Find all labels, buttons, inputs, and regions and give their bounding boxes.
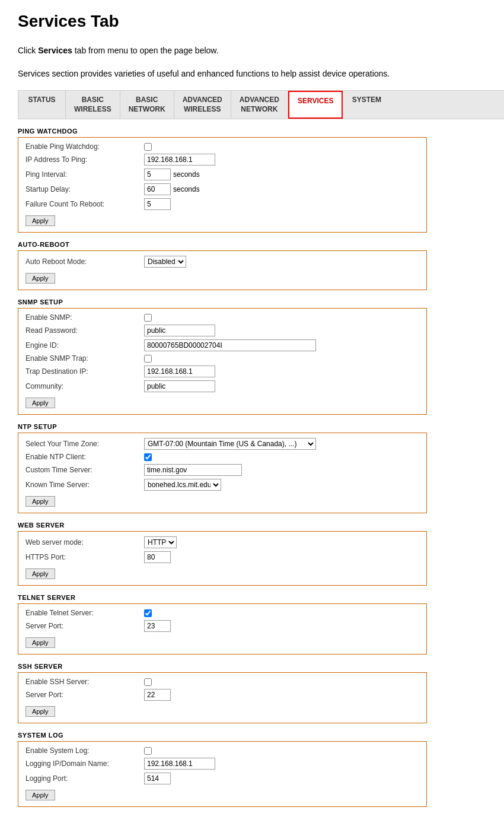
ssh-enable-row: Enable SSH Server: — [25, 678, 419, 686]
logging-port-input[interactable] — [144, 773, 171, 784]
auto-reboot-apply-button[interactable]: Apply — [25, 273, 55, 284]
intro-text-1-rest: tab from menu to open the page below. — [72, 46, 219, 55]
nav-basic-wireless[interactable]: BASICWIRELESS — [66, 91, 120, 119]
ntp-enable-row: Enable NTP Client: — [25, 453, 419, 461]
system-log-enable-row: Enable System Log: — [25, 746, 419, 755]
intro-text-1: Click — [18, 46, 38, 55]
auto-reboot-section: Auto Reboot Mode: Disabled Enabled Apply — [18, 250, 427, 290]
snmp-community-row: Community: — [25, 380, 419, 392]
ping-interval-seconds: seconds — [173, 170, 200, 179]
logging-port-row: Logging Port: — [25, 773, 419, 784]
ntp-setup-title: NTP SETUP — [18, 423, 486, 430]
auto-reboot-mode-row: Auto Reboot Mode: Disabled Enabled — [25, 256, 419, 268]
ping-interval-label: Ping Interval: — [25, 170, 144, 179]
telnet-port-input[interactable] — [144, 620, 171, 632]
telnet-enable-row: Enable Telnet Server: — [25, 609, 419, 617]
ntp-apply-button[interactable]: Apply — [25, 496, 55, 507]
web-server-mode-select[interactable]: HTTP HTTPS — [144, 536, 177, 548]
ssh-enable-label: Enable SSH Server: — [25, 678, 144, 686]
snmp-engine-id-label: Engine ID: — [25, 341, 144, 349]
system-log-enable-checkbox[interactable] — [144, 747, 152, 755]
snmp-community-input[interactable] — [144, 380, 215, 392]
telnet-enable-label: Enable Telnet Server: — [25, 609, 144, 617]
snmp-read-pw-input[interactable] — [144, 325, 215, 336]
telnet-apply-button[interactable]: Apply — [25, 637, 55, 648]
telnet-server-title: TELNET SERVER — [18, 594, 486, 601]
startup-delay-input[interactable] — [144, 183, 171, 195]
snmp-trap-enable-row: Enable SNMP Trap: — [25, 354, 419, 363]
system-log-title: SYSTEM LOG — [18, 732, 486, 739]
ping-watchdog-section: Enable Ping Watchdog: IP Address To Ping… — [18, 137, 427, 233]
ping-ip-input[interactable] — [144, 154, 215, 166]
system-log-apply-button[interactable]: Apply — [25, 790, 55, 800]
logging-ip-row: Logging IP/Domain Name: — [25, 758, 419, 770]
ping-interval-input[interactable] — [144, 169, 171, 180]
https-port-input[interactable] — [144, 551, 171, 563]
ntp-known-server-label: Known Time Server: — [25, 481, 144, 489]
telnet-server-section: Enable Telnet Server: Server Port: Apply — [18, 603, 427, 654]
ping-watchdog-enable-label: Enable Ping Watchdog: — [25, 142, 144, 151]
ssh-apply-button[interactable]: Apply — [25, 706, 55, 717]
ntp-known-server-select[interactable]: bonehed.lcs.mit.edu — [144, 479, 221, 491]
ping-watchdog-apply-button[interactable]: Apply — [25, 215, 55, 226]
auto-reboot-mode-select[interactable]: Disabled Enabled — [144, 256, 186, 268]
web-server-mode-label: Web server mode: — [25, 538, 144, 546]
snmp-apply-button[interactable]: Apply — [25, 398, 55, 408]
snmp-enable-row: Enable SNMP: — [25, 313, 419, 322]
snmp-trap-enable-checkbox[interactable] — [144, 355, 152, 363]
ntp-timezone-select[interactable]: GMT-07:00 (Mountain Time (US & Canada), … — [144, 438, 316, 450]
ntp-custom-server-label: Custom Time Server: — [25, 466, 144, 474]
nav-advanced-wireless[interactable]: ADVANCEDWIRELESS — [174, 91, 231, 119]
telnet-port-label: Server Port: — [25, 622, 144, 630]
intro-services-bold: Services — [38, 46, 72, 55]
nav-status[interactable]: STATUS — [18, 91, 66, 119]
web-server-mode-row: Web server mode: HTTP HTTPS — [25, 536, 419, 548]
navigation-bar: STATUS BASICWIRELESS BASICNETWORK ADVANC… — [18, 90, 504, 119]
logging-ip-input[interactable] — [144, 758, 215, 770]
nav-basic-network[interactable]: BASICNETWORK — [120, 91, 174, 119]
ntp-custom-server-input[interactable] — [144, 464, 242, 476]
snmp-engine-id-row: Engine ID: — [25, 339, 419, 351]
ssh-port-label: Server Port: — [25, 691, 144, 699]
ssh-server-section: Enable SSH Server: Server Port: Apply — [18, 672, 427, 723]
telnet-enable-checkbox[interactable] — [144, 609, 152, 617]
web-server-title: WEB SERVER — [18, 522, 486, 529]
ntp-timezone-label: Select Your Time Zone: — [25, 440, 144, 448]
ssh-server-title: SSH SERVER — [18, 663, 486, 670]
intro-paragraph-2: Services section provides varieties of u… — [18, 69, 486, 78]
ntp-enable-checkbox[interactable] — [144, 453, 152, 461]
ping-ip-label: IP Address To Ping: — [25, 155, 144, 164]
page-title: Services Tab — [18, 12, 486, 31]
snmp-enable-checkbox[interactable] — [144, 314, 152, 322]
system-log-section: Enable System Log: Logging IP/Domain Nam… — [18, 741, 427, 807]
failure-count-input[interactable] — [144, 198, 171, 210]
snmp-setup-title: SNMP SETUP — [18, 298, 486, 306]
ping-watchdog-enable-checkbox[interactable] — [144, 143, 152, 151]
auto-reboot-mode-label: Auto Reboot Mode: — [25, 258, 144, 266]
ntp-enable-label: Enable NTP Client: — [25, 453, 144, 461]
telnet-port-row: Server Port: — [25, 620, 419, 632]
intro-paragraph-1: Click Services tab from menu to open the… — [18, 46, 486, 55]
snmp-read-pw-label: Read Password: — [25, 326, 144, 335]
ssh-enable-checkbox[interactable] — [144, 678, 152, 686]
ntp-known-server-row: Known Time Server: bonehed.lcs.mit.edu — [25, 479, 419, 491]
https-port-label: HTTPS Port: — [25, 553, 144, 561]
snmp-community-label: Community: — [25, 382, 144, 390]
nav-system[interactable]: SYSTEM — [343, 91, 390, 119]
snmp-enable-label: Enable SNMP: — [25, 313, 144, 322]
web-server-apply-button[interactable]: Apply — [25, 568, 55, 579]
web-server-section: Web server mode: HTTP HTTPS HTTPS Port: … — [18, 531, 427, 586]
snmp-trap-dest-label: Trap Destination IP: — [25, 367, 144, 376]
ssh-port-input[interactable] — [144, 689, 171, 701]
system-log-enable-label: Enable System Log: — [25, 746, 144, 755]
auto-reboot-title: AUTO-REBOOT — [18, 241, 486, 248]
nav-services[interactable]: SERVICES — [288, 91, 343, 119]
snmp-trap-enable-label: Enable SNMP Trap: — [25, 354, 144, 363]
snmp-engine-id-input[interactable] — [144, 339, 316, 351]
snmp-trap-dest-input[interactable] — [144, 366, 215, 377]
https-port-row: HTTPS Port: — [25, 551, 419, 563]
ping-watchdog-title: PING WATCHDOG — [18, 128, 486, 135]
nav-advanced-network[interactable]: ADVANCEDNETWORK — [231, 91, 288, 119]
ntp-timezone-row: Select Your Time Zone: GMT-07:00 (Mounta… — [25, 438, 419, 450]
snmp-setup-section: Enable SNMP: Read Password: Engine ID: E… — [18, 308, 427, 415]
